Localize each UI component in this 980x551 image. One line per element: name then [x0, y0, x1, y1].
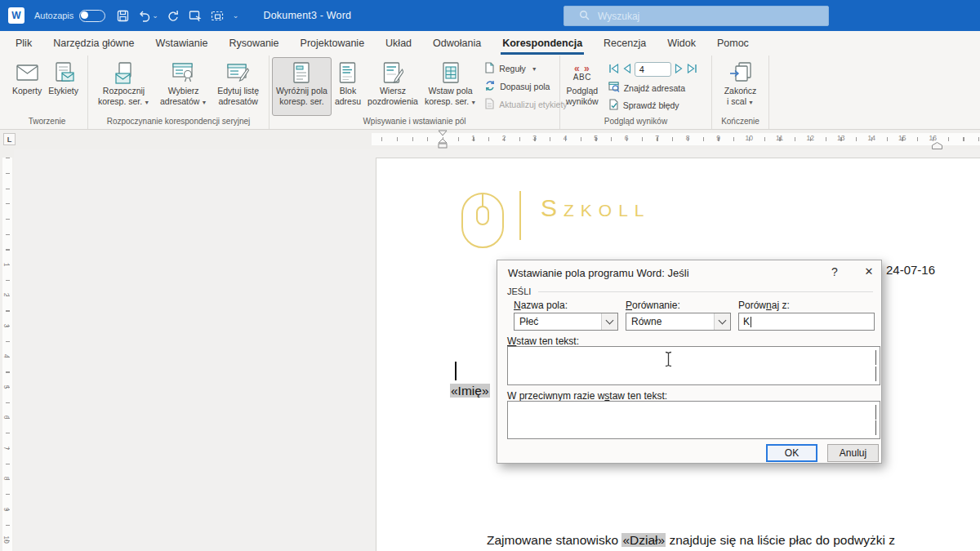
ribbon: Koperty Etykiety Tworzenie Rozpocznijkor… — [0, 56, 980, 130]
group-label-wpisywanie: Wpisywanie i wstawianie pól — [270, 116, 559, 129]
record-number-input[interactable]: 4 — [635, 62, 671, 77]
insert-merge-field-icon — [441, 60, 461, 86]
search-box[interactable]: Wyszukaj — [564, 6, 829, 26]
rules-icon — [484, 62, 495, 75]
h-ruler-number: 1 — [470, 134, 477, 142]
text-caret — [455, 362, 457, 380]
h-ruler-number: 12 — [807, 134, 814, 142]
first-record-button[interactable] — [608, 62, 619, 77]
tab-uklad[interactable]: Układ — [375, 33, 422, 56]
previous-record-button[interactable] — [622, 62, 631, 77]
wstaw-pola-button[interactable]: Wstaw polakoresp. ser.▼ — [421, 57, 479, 116]
tab-plik[interactable]: Plik — [5, 33, 42, 56]
logo-text[interactable]: Szkoll — [541, 194, 651, 222]
wyroznij-pola-button[interactable]: Wyróżnij polakoresp. ser. — [272, 57, 332, 116]
save-icon[interactable] — [117, 10, 129, 22]
dopasuj-pola-button[interactable]: Dopasuj pola — [484, 80, 567, 93]
tab-wstawianie[interactable]: Wstawianie — [145, 33, 219, 56]
tab-odwolania[interactable]: Odwołania — [422, 33, 492, 56]
group-rozpoczynanie: Rozpocznijkoresp. ser.▼ Wybierzadresatów… — [88, 56, 270, 129]
touch-mode-icon[interactable] — [189, 10, 202, 22]
h-ruler-number: 15 — [898, 134, 906, 142]
group-podglad: « »ABC Podglądwyników 4 Znajdź adresata — [560, 56, 712, 129]
wybierz-adresatow-button[interactable]: Wybierzadresatów▼ — [157, 57, 210, 116]
wiersz-pozdrowienia-button[interactable]: Wierszpozdrowienia — [364, 57, 421, 116]
help-button[interactable]: ? — [828, 265, 841, 278]
merge-field-dzial[interactable]: «Dział» — [621, 533, 666, 547]
next-record-button[interactable] — [675, 62, 684, 77]
tab-projektowanie[interactable]: Projektowanie — [290, 33, 376, 56]
reguly-button[interactable]: Reguły▼ — [484, 62, 567, 75]
quick-access-toolbar: ⌄ ⌄ — [117, 10, 238, 22]
group-label-podglad: Podgląd wyników — [560, 116, 711, 129]
ibeam-cursor — [664, 351, 673, 371]
insert-text-label: Wstaw ten tekst: — [507, 335, 579, 347]
redo-button[interactable] — [167, 10, 180, 22]
logo-mouse-icon[interactable] — [461, 189, 505, 252]
close-icon[interactable]: ✕ — [862, 265, 876, 278]
etykiety-button[interactable]: Etykiety — [45, 57, 82, 116]
tab-narzedzia-glowne[interactable]: Narzędzia główne — [42, 33, 145, 56]
zakoncz-i-scal-button[interactable]: Zakończi scal▼ — [721, 57, 760, 116]
scroll-down-icon[interactable] — [875, 367, 876, 381]
tab-rysowanie[interactable]: Rysowanie — [218, 33, 289, 56]
scroll-up-icon[interactable] — [875, 405, 876, 420]
dialog-title: Wstawianie pola programu Word: Jeśli — [508, 267, 689, 279]
comparison-label: Porównanie: — [626, 300, 680, 311]
blok-adresu-button[interactable]: Blokadresu — [332, 57, 364, 116]
tab-pomoc[interactable]: Pomoc — [706, 33, 760, 56]
field-name-combobox[interactable]: Płeć — [514, 313, 618, 331]
h-ruler-number: 2 — [501, 134, 508, 142]
znajdz-adresata-button[interactable]: Znajdź adresata — [608, 82, 697, 94]
cancel-button[interactable]: Anuluj — [827, 444, 879, 462]
qat-customize-chevron[interactable]: ⌄ — [233, 11, 239, 20]
h-ruler-number: 3 — [531, 134, 538, 142]
search-placeholder: Wyszukaj — [598, 11, 639, 22]
chevron-down-icon[interactable] — [714, 313, 730, 330]
last-record-button[interactable] — [687, 62, 697, 77]
ruler-row: L 12345678910111213141516 — [0, 130, 980, 149]
toggle-knob — [81, 11, 88, 19]
address-block-icon — [338, 60, 357, 86]
edit-recipient-list-icon — [227, 60, 249, 86]
otherwise-text-area[interactable] — [507, 401, 880, 439]
undo-button[interactable]: ⌄ — [138, 10, 158, 22]
chevron-down-icon: ▼ — [201, 100, 207, 105]
vertical-ruler[interactable]: 12345678910 — [0, 149, 14, 551]
chevron-down-icon: ▼ — [144, 100, 149, 105]
compare-to-input[interactable]: K — [738, 313, 875, 331]
finish-merge-icon — [729, 60, 752, 86]
ok-button[interactable]: OK — [766, 444, 817, 462]
v-ruler-number: 1 — [2, 260, 11, 269]
document-date[interactable]: 24-07-16 — [886, 263, 935, 277]
merge-field-imie[interactable]: «Imię» — [450, 384, 490, 398]
word-app-icon[interactable]: W — [8, 7, 24, 24]
undo-dropdown-chevron[interactable]: ⌄ — [152, 11, 158, 20]
document-paragraph[interactable]: Zajmowane stanowisko «Dział» znajduje si… — [487, 533, 960, 548]
aktualizuj-etykiety-button[interactable]: Aktualizuj etykiety — [484, 98, 567, 111]
title-bar: W Autozapis ⌄ ⌄ Dokument3 - Word Wyszuka… — [0, 0, 980, 31]
comparison-combobox[interactable]: Równe — [626, 313, 731, 331]
tab-widok[interactable]: Widok — [657, 33, 706, 56]
rozpocznij-koresp-button[interactable]: Rozpocznijkoresp. ser.▼ — [95, 57, 153, 116]
snip-icon[interactable] — [211, 10, 224, 22]
tab-recenzja[interactable]: Recenzja — [593, 33, 657, 56]
chevron-down-icon[interactable] — [601, 313, 617, 330]
podglad-wynikow-button[interactable]: « »ABC Podglądwyników — [563, 57, 602, 116]
greeting-line-icon — [382, 60, 403, 86]
edytuj-liste-button[interactable]: Edytuj listęadresatów — [214, 57, 262, 116]
koperty-button[interactable]: Koperty — [9, 57, 45, 116]
scroll-down-icon[interactable] — [875, 420, 876, 435]
find-recipient-icon — [608, 82, 620, 94]
tab-korespondencja[interactable]: Korespondencja — [492, 33, 593, 56]
v-ruler-number: 2 — [2, 290, 11, 300]
sprawdz-bledy-button[interactable]: Sprawdź błędy — [608, 99, 697, 112]
start-mail-merge-icon — [114, 60, 135, 86]
scroll-up-icon[interactable] — [875, 350, 876, 365]
autosave-toggle[interactable] — [79, 10, 105, 22]
compare-to-label: Porównaj z: — [738, 300, 790, 311]
insert-text-area[interactable] — [507, 346, 880, 385]
search-icon — [579, 9, 590, 24]
match-fields-icon — [484, 80, 496, 93]
autosave-label: Autozapis — [34, 11, 74, 20]
